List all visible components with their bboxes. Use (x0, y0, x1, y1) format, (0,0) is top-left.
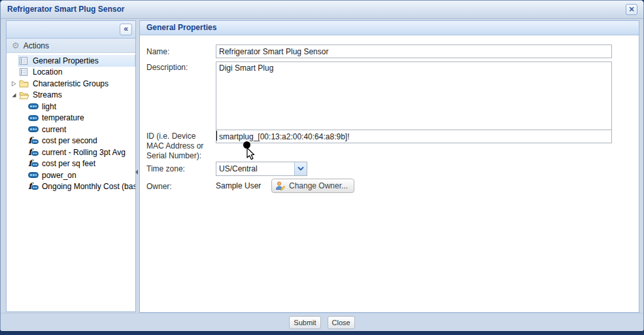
panel-splitter[interactable] (137, 20, 139, 312)
tree-item-characteristic-groups[interactable]: Characteristic Groups (7, 78, 135, 90)
actions-label: Actions (24, 41, 49, 50)
navigation-tree: General PropertiesLocationCharacteristic… (7, 53, 135, 192)
expander-collapsed-icon[interactable] (11, 80, 17, 87)
folder-icon (19, 79, 29, 88)
calculated-stream-icon: f (28, 183, 39, 190)
change-owner-label: Change Owner... (289, 181, 348, 190)
stream-icon (28, 115, 39, 121)
tree-item-label: Characteristic Groups (33, 79, 111, 88)
user-edit-icon (275, 181, 286, 191)
tree-item-location[interactable]: Location (7, 67, 135, 79)
id-label: ID (i.e. Device MAC Address or Serial Nu… (146, 132, 212, 161)
timezone-dropdown-trigger[interactable] (294, 162, 307, 175)
tree-item-label: cost per sq feet (42, 159, 98, 168)
tree-item-cost-per-second[interactable]: fcost per second (7, 135, 135, 147)
actions-menu-header[interactable]: ⚙ Actions (7, 39, 135, 53)
stream-icon (28, 172, 39, 178)
tree-item-label: cost per second (42, 136, 100, 145)
tree-item-streams[interactable]: Streams (7, 90, 135, 101)
folder-open-icon (19, 91, 29, 99)
submit-button[interactable]: Submit (289, 316, 320, 329)
page-background: { "window": { "title": "Refrigerator Sma… (0, 0, 644, 335)
panel-title: General Properties (140, 21, 639, 35)
footer-toolbar: Submit Close (1, 313, 643, 331)
title-bar: Refrigerator Smart Plug Sensor ✕ (1, 1, 643, 19)
owner-label: Owner: (146, 182, 172, 192)
close-window-button[interactable]: ✕ (626, 4, 637, 15)
tree-item-label: temperature (42, 113, 87, 122)
tree-item-label: current - Rolling 3pt Avg (42, 148, 128, 157)
tree-item-light[interactable]: light (7, 101, 135, 113)
form-icon (19, 56, 28, 65)
tree-item-power-on[interactable]: power_on (7, 169, 135, 181)
tree-item-cost-per-sq-feet[interactable]: fcost per sq feet (7, 158, 135, 170)
mouse-cursor (246, 147, 256, 164)
splitter-collapse-icon (135, 169, 138, 175)
name-input[interactable] (216, 44, 612, 58)
timezone-select[interactable]: US/Central (216, 162, 307, 176)
description-textarea[interactable]: Digi Smart Plug (216, 62, 612, 130)
tree-item-current[interactable]: current (7, 124, 135, 135)
tree-item-general-properties[interactable]: General Properties (7, 55, 135, 67)
close-button[interactable]: Close (328, 316, 355, 329)
stream-icon (28, 126, 39, 132)
tree-item-label: current (42, 125, 69, 134)
owner-value: Sample User (216, 181, 261, 190)
tree-item-label: Ongoing Monthly Cost (bas... (42, 182, 135, 191)
window-title: Refrigerator Smart Plug Sensor (7, 1, 124, 18)
dialog-window: Refrigerator Smart Plug Sensor ✕ « ⚙ Act… (0, 0, 644, 331)
change-owner-button[interactable]: Change Owner... (271, 179, 354, 193)
tree-item-temperature[interactable]: temperature (7, 113, 135, 124)
collapse-sidebar-button[interactable]: « (120, 24, 132, 35)
tree-item-label: General Properties (33, 56, 101, 65)
expander-expanded-icon[interactable] (11, 92, 17, 98)
form-icon (19, 67, 28, 77)
tree-item-label: Location (33, 67, 65, 77)
calculated-stream-icon: f (28, 149, 39, 156)
tree-item-label: light (42, 102, 59, 111)
close-icon: ✕ (628, 5, 634, 13)
name-label: Name: (146, 47, 169, 57)
chevron-down-icon (297, 166, 305, 172)
tree-item-ongoing-monthly-cost-bas[interactable]: fOngoing Monthly Cost (bas... (7, 181, 135, 193)
text-caret (216, 131, 217, 141)
id-input[interactable] (216, 130, 612, 143)
tree-item-label: power_on (42, 171, 79, 180)
calculated-stream-icon: f (28, 160, 39, 167)
timezone-label: Time zone: (146, 164, 185, 174)
general-properties-panel: General Properties Name: Description: Di… (139, 20, 639, 313)
chevron-double-left-icon: « (124, 24, 128, 33)
sidebar-header: « (7, 21, 135, 39)
timezone-selected-value: US/Central (216, 162, 294, 175)
description-label: Description: (146, 63, 188, 73)
sidebar-panel: « ⚙ Actions General PropertiesLocationCh… (6, 20, 136, 312)
calculated-stream-icon: f (28, 137, 39, 144)
stream-icon (28, 103, 39, 109)
tree-item-current-rolling-3pt-avg[interactable]: fcurrent - Rolling 3pt Avg (7, 147, 135, 158)
gear-icon: ⚙ (12, 41, 20, 50)
tree-item-label: Streams (33, 90, 65, 99)
